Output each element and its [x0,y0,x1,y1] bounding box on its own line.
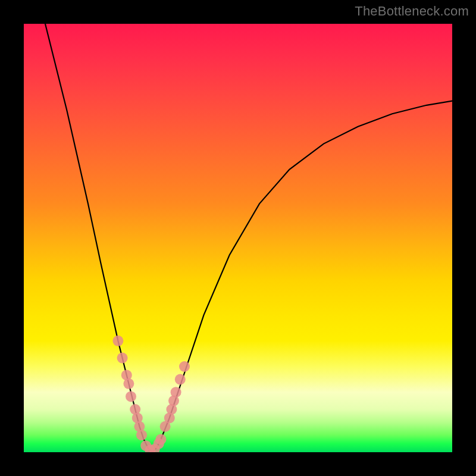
curve-svg [24,24,452,452]
highlight-dot [126,391,136,402]
highlight-dot [175,374,186,385]
highlight-dot [155,434,166,444]
highlight-dot [179,361,190,372]
chart-container: TheBottleneck.com [0,0,476,476]
highlight-dot [136,430,147,440]
watermark-text: TheBottleneck.com [355,4,469,19]
highlight-dot [117,353,128,364]
highlight-dot [112,336,123,346]
plot-area [24,24,452,452]
highlight-dot [171,387,181,397]
highlight-dots [112,336,190,452]
bottleneck-curve [45,24,452,452]
highlight-dot [123,378,134,389]
